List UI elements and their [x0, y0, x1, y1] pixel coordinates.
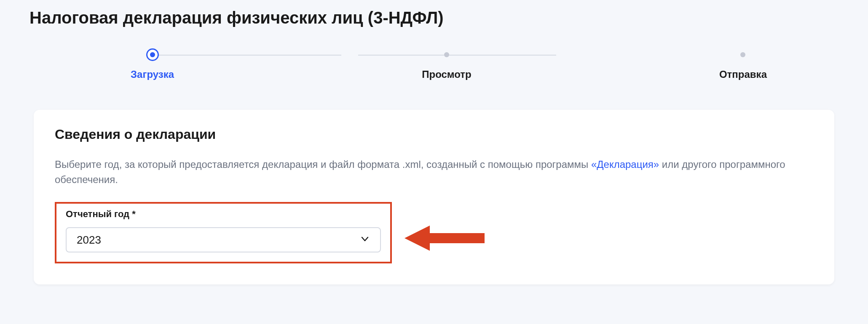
- chevron-down-icon: [360, 234, 370, 246]
- annotation-highlight-box: Отчетный год * 2023: [55, 202, 392, 263]
- svg-marker-0: [405, 226, 485, 251]
- step-indicator-inactive-icon: [444, 52, 449, 57]
- step-upload[interactable]: Загрузка: [131, 48, 174, 80]
- select-value: 2023: [77, 234, 101, 247]
- declaration-program-link[interactable]: «Декларация»: [591, 159, 659, 170]
- card-title: Сведения о декларации: [55, 127, 813, 142]
- step-label: Просмотр: [422, 69, 472, 80]
- report-year-label: Отчетный год *: [66, 209, 381, 220]
- step-indicator-active-icon: [146, 48, 159, 61]
- step-send[interactable]: Отправка: [719, 48, 767, 80]
- description-text: Выберите год, за который предоставляется…: [55, 159, 591, 170]
- step-label: Отправка: [719, 69, 767, 80]
- annotation-arrow-icon: [405, 226, 485, 252]
- declaration-card: Сведения о декларации Выберите год, за к…: [34, 110, 834, 284]
- page-title: Налоговая декларация физических лиц (3-Н…: [29, 8, 839, 27]
- card-description: Выберите год, за который предоставляется…: [55, 157, 813, 187]
- step-label: Загрузка: [131, 69, 174, 80]
- stepper-line: [147, 55, 341, 56]
- step-indicator-inactive-icon: [740, 52, 745, 57]
- step-preview[interactable]: Просмотр: [422, 48, 472, 80]
- report-year-select[interactable]: 2023: [66, 227, 381, 252]
- stepper: Загрузка Просмотр Отправка: [131, 48, 767, 80]
